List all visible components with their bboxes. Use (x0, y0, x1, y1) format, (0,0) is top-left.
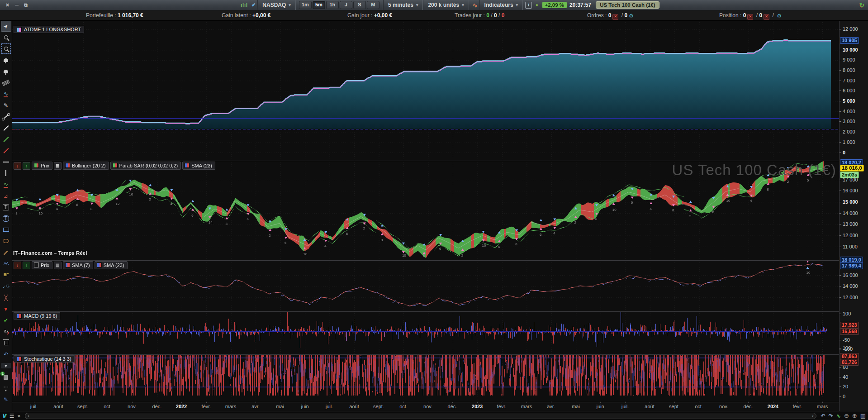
column-width-icon[interactable]: ▥ (860, 412, 866, 419)
price2-legend-item[interactable]: SMA (23) (95, 261, 128, 269)
alarm-bell-tool[interactable] (1, 66, 11, 77)
validate-tool[interactable]: ✔ (1, 315, 11, 326)
timeframe-button-S[interactable]: S (353, 1, 366, 9)
panel-divider[interactable] (12, 260, 868, 261)
zoom-area-tool[interactable] (1, 43, 11, 54)
ellipse-tool[interactable] (1, 235, 11, 247)
stochastic-panel-label[interactable]: Stochastique (14 3 3) (14, 355, 75, 363)
axis-tick-label: 16 000 (843, 188, 858, 193)
stochastic-panel-canvas[interactable] (12, 354, 839, 402)
equity-panel-canvas[interactable] (12, 20, 839, 161)
timeframe-button-1m[interactable]: 1m (299, 1, 312, 9)
price2-legend-item[interactable]: Prix (32, 261, 52, 269)
period-select[interactable]: 5 minutes ▾ (383, 0, 423, 10)
units-select[interactable]: 200 k unités ▾ (423, 0, 469, 10)
restore-window-button[interactable]: ⧉ (24, 2, 28, 8)
panel-divider[interactable] (12, 161, 868, 161)
axis-tick-label: 7 000 (843, 78, 855, 83)
undo-pointer-tool[interactable]: ↶ (1, 348, 11, 360)
position-settings-icon[interactable]: ⚙ (777, 13, 782, 19)
price-list-button[interactable]: ≣ (54, 162, 62, 170)
timeframe-button-J[interactable]: J (340, 1, 352, 9)
undo-icon[interactable]: ↶ (821, 413, 825, 419)
crossed-lines-tool[interactable]: ╳ (1, 292, 11, 303)
panel-divider[interactable] (12, 311, 868, 312)
refresh-icon[interactable]: ↻ (859, 2, 864, 9)
close-position-icon[interactable]: ✕ (764, 14, 769, 20)
close-window-button[interactable]: ✕ (5, 2, 9, 8)
price2-list-button[interactable]: ≣ (54, 262, 62, 269)
minimize-window-button[interactable]: ─ (15, 2, 19, 8)
scroll-right-icon[interactable]: › (812, 413, 813, 418)
fit-chart-icon[interactable]: ∿ (836, 413, 841, 419)
time-axis-label: oct. (104, 404, 112, 409)
info-icon[interactable]: i (525, 2, 532, 9)
trades-jour: Trades jour : 0 / 0 / 0 (455, 12, 504, 19)
text-tool[interactable]: T (1, 201, 11, 213)
price-legend-item[interactable]: Bollinger (20 2) (63, 162, 109, 170)
pattern-zone-tool[interactable]: ∿ (1, 88, 11, 100)
cancel-orders-icon[interactable]: ✕ (612, 14, 618, 20)
price2-expand-button[interactable]: ↑ (23, 262, 30, 269)
macd-panel-canvas[interactable] (12, 311, 839, 354)
zoom-tool[interactable] (1, 32, 11, 43)
redo-icon[interactable]: ↷ (829, 413, 833, 419)
fibonacci-tool[interactable]: ≣F (1, 269, 11, 281)
vertical-line-tool[interactable] (1, 167, 11, 179)
checkbox-icon[interactable] (34, 262, 39, 267)
market-select[interactable]: NASDAQ ▾ (257, 0, 296, 10)
zoom-out-icon[interactable]: ⊖ (844, 412, 849, 419)
price-axis[interactable]: 12 00010 0009 0008 0007 0006 0005 0004 0… (840, 20, 868, 411)
zigzag-tool[interactable]: ∿ (1, 179, 11, 190)
close-position-icon[interactable]: ✕ (747, 14, 753, 20)
data-feed-check-icon[interactable]: ✔ (251, 2, 256, 8)
bullish-line-tool[interactable] (1, 134, 11, 145)
price2-legend-item[interactable]: SMA (7) (63, 261, 93, 269)
trash-tool[interactable] (1, 337, 11, 348)
bearish-line-tool[interactable] (1, 145, 11, 156)
more-tools-button[interactable]: ⋯ (1, 382, 11, 394)
backtest-report-button[interactable]: ▤1 (1, 371, 11, 382)
horizontal-line-tool[interactable] (1, 156, 11, 167)
panel-divider[interactable] (12, 354, 868, 355)
chart-style-icon[interactable]: ılıl (241, 2, 248, 8)
zoom-in-icon[interactable]: ⊕ (852, 412, 857, 419)
price-legend-item[interactable]: Parab SAR (0,02 0,02 0,2) (110, 162, 181, 170)
ruler-tool[interactable] (1, 77, 11, 88)
price-legend-item[interactable]: SMA (23) (182, 162, 215, 170)
gauge-delete-tool[interactable]: ↻✗ (1, 326, 11, 337)
time-axis-label: juil. (326, 404, 333, 409)
segment-tool[interactable] (1, 111, 11, 122)
price2-collapse-button[interactable]: ↓ (14, 262, 21, 269)
expand-chevrons-icon[interactable]: » (17, 413, 20, 419)
price-legend-item[interactable]: Prix (32, 162, 52, 170)
time-axis[interactable]: juil.aoûtsept.oct.nov.déc.2022févr.marsa… (12, 402, 839, 411)
callout-tool[interactable]: T (1, 213, 11, 224)
rectangle-tool[interactable] (1, 224, 11, 235)
orders-settings-icon[interactable]: ⚙ (629, 13, 634, 19)
channel-tool[interactable]: ∥ (1, 247, 11, 258)
price-collapse-button[interactable]: ↓ (14, 162, 21, 170)
peaks-pattern-tool[interactable]: ΛΛ (1, 258, 11, 269)
scroll-left-icon[interactable]: ‹ (28, 413, 29, 418)
price-expand-button[interactable]: ↑ (23, 162, 30, 170)
sell-arrow-tool[interactable]: ▼ (1, 303, 11, 315)
timeframe-button-5m[interactable]: 5m (313, 1, 325, 9)
instrument-tab[interactable]: US Tech 100 Cash (1€) (596, 1, 659, 9)
timeframe-button-M[interactable]: M (367, 1, 379, 9)
collapse-tools-button[interactable]: ▾ (1, 360, 11, 371)
draw-on-indicator-tool[interactable]: ✎ (1, 394, 11, 405)
time-scrollbar[interactable]: ‹ › (25, 413, 816, 419)
line-tool[interactable] (1, 122, 11, 134)
price-line-panel-canvas[interactable] (12, 260, 839, 311)
cursor-tool[interactable]: ➤ (1, 20, 11, 32)
gann-fan-tool[interactable]: ⋰G (1, 281, 11, 292)
timeframe-button-1h[interactable]: 1h (326, 1, 339, 9)
equity-panel-label[interactable]: ATDMF 1 LONG&SHORT (14, 26, 84, 33)
pencil-tool[interactable]: ✎ (1, 100, 11, 111)
indicators-menu[interactable]: Indicateurs ▾ (479, 0, 523, 10)
macd-panel-label[interactable]: MACD (9 19 6) (14, 312, 60, 320)
wedge-pattern-tool[interactable]: ⊿ (1, 190, 11, 201)
menu-icon[interactable]: ☰ (9, 413, 14, 419)
alert-cursor-tool[interactable] (1, 54, 11, 66)
